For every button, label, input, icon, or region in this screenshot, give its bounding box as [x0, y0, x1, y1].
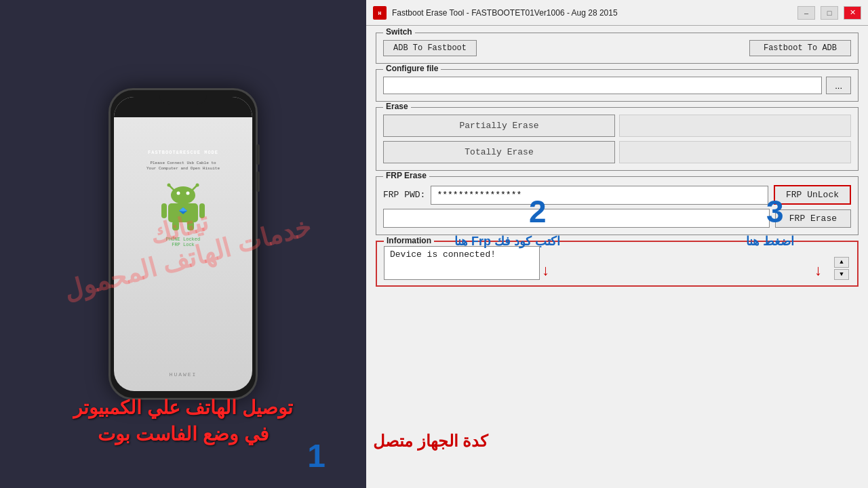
maximize-button[interactable]: □ [821, 6, 838, 20]
frp-erase-group: FRP Erase FRP PWD: FRP UnLock FRP Erase [376, 176, 859, 235]
svg-point-5 [177, 191, 180, 195]
svg-text:H: H [378, 10, 382, 16]
configure-file-input[interactable] [383, 77, 822, 94]
information-section: Information Device is connected! ▲ ▼ [376, 241, 859, 287]
switch-group: Switch ADB To Fastboot Fastboot To ADB [376, 33, 859, 64]
window-titlebar: H Fastboot Erase Tool - FASTBOOTET01Ver1… [366, 0, 868, 26]
svg-point-4 [171, 186, 195, 204]
scroll-arrows: ▲ ▼ [834, 257, 849, 280]
window-controls: – □ ✕ [797, 6, 861, 20]
partially-erase-button[interactable]: Partially Erase [383, 115, 615, 137]
erase-group: Erase Partially Erase Totally Erase [376, 107, 859, 171]
scroll-down-arrow[interactable]: ▼ [834, 269, 849, 280]
erase-right-top [619, 115, 851, 137]
window-title: Fastboot Erase Tool - FASTBOOTET01Ver100… [392, 8, 797, 18]
annotation-number-1: 1 [307, 437, 326, 474]
frp-pwd-label: FRP PWD: [383, 190, 425, 200]
frp-lock-status: FRP Lock [172, 242, 195, 247]
switch-group-label: Switch [383, 27, 415, 37]
information-content: Device is connected! [384, 246, 540, 280]
phone-locked-status: PHONE Locked [166, 237, 200, 242]
information-group-label: Information [384, 236, 434, 245]
totally-erase-button[interactable]: Totally Erase [383, 141, 615, 163]
svg-point-6 [186, 191, 190, 195]
frp-extra-input[interactable] [383, 209, 770, 228]
svg-rect-8 [161, 203, 167, 218]
frp-erase-button[interactable]: FRP Erase [775, 209, 851, 228]
svg-point-1 [167, 183, 171, 186]
erase-grid: Partially Erase Totally Erase [383, 112, 851, 163]
app-icon: H [373, 6, 387, 20]
svg-rect-11 [187, 221, 194, 230]
frp-content: FRP PWD: FRP UnLock FRP Erase [383, 181, 851, 228]
configure-file-label: Configure file [383, 64, 441, 73]
window-content: Switch ADB To Fastboot Fastboot To ADB C… [366, 26, 868, 488]
frp-pwd-input[interactable] [431, 186, 768, 205]
close-button[interactable]: ✕ [844, 6, 861, 20]
svg-rect-10 [172, 221, 179, 230]
svg-rect-9 [199, 203, 205, 218]
switch-row: ADB To Fastboot Fastboot To ADB [383, 37, 851, 56]
configure-file-group: Configure file ... [376, 69, 859, 102]
software-section: H Fastboot Erase Tool - FASTBOOTET01Ver1… [366, 0, 868, 488]
svg-point-3 [196, 183, 199, 186]
fastboot-mode-title: FASTBOOT&RESCUE MODE [148, 150, 218, 155]
phone-screen: FASTBOOT&RESCUE MODE Please Connect Usb … [114, 97, 252, 391]
erase-right-bottom [619, 141, 851, 163]
vol-down-button [256, 171, 260, 192]
erase-group-label: Erase [383, 102, 411, 111]
frp-pwd-row: FRP PWD: FRP UnLock [383, 185, 851, 205]
adb-to-fastboot-button[interactable]: ADB To Fastboot [383, 40, 477, 56]
frp-extra-row: FRP Erase [383, 209, 851, 228]
phone-device: FASTBOOT&RESCUE MODE Please Connect Usb … [108, 88, 258, 400]
minimize-button[interactable]: – [797, 6, 815, 20]
vol-up-button [256, 144, 260, 165]
scroll-up-arrow[interactable]: ▲ [834, 257, 849, 268]
frp-unlock-button[interactable]: FRP UnLock [774, 185, 851, 205]
fastboot-to-adb-button[interactable]: Fastboot To ADB [749, 40, 851, 56]
frp-erase-group-label: FRP Erase [383, 171, 429, 180]
fastboot-mode-subtitle: Please Connect Usb Cable to Your Compute… [146, 161, 220, 172]
phone-notch [159, 90, 207, 105]
phone-section: تيتانكخدمات الهاتف المحمول FASTBOOT&RESC… [0, 0, 366, 488]
information-group: Information Device is connected! [376, 241, 859, 287]
configure-row: ... [383, 74, 851, 94]
phone-brand: HUAWEI [170, 371, 197, 378]
browse-button[interactable]: ... [826, 77, 851, 94]
android-robot-icon [156, 179, 210, 233]
